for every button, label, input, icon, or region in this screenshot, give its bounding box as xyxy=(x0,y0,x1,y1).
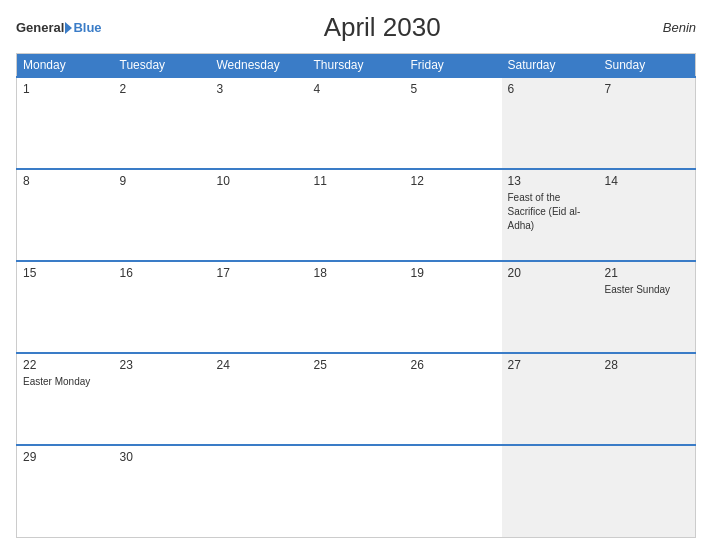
calendar-day-cell: 18 xyxy=(308,261,405,353)
day-number: 21 xyxy=(605,266,690,280)
calendar-day-cell: 8 xyxy=(17,169,114,261)
header-wednesday: Wednesday xyxy=(211,54,308,78)
calendar-body: 12345678910111213Feast of the Sacrifice … xyxy=(17,77,696,538)
calendar-week-row: 15161718192021Easter Sunday xyxy=(17,261,696,353)
day-number: 13 xyxy=(508,174,593,188)
calendar-day-cell: 30 xyxy=(114,445,211,537)
header-friday: Friday xyxy=(405,54,502,78)
day-number: 3 xyxy=(217,82,302,96)
day-number: 8 xyxy=(23,174,108,188)
day-number: 16 xyxy=(120,266,205,280)
country-label: Benin xyxy=(663,20,696,35)
calendar-day-cell xyxy=(502,445,599,537)
day-number: 17 xyxy=(217,266,302,280)
calendar-week-row: 22Easter Monday232425262728 xyxy=(17,353,696,445)
calendar-day-cell: 24 xyxy=(211,353,308,445)
calendar-day-cell: 21Easter Sunday xyxy=(599,261,696,353)
logo-general-text: General xyxy=(16,20,64,35)
calendar-day-cell: 2 xyxy=(114,77,211,169)
page: General Blue April 2030 Benin Monday Tue… xyxy=(0,0,712,550)
weekday-header-row: Monday Tuesday Wednesday Thursday Friday… xyxy=(17,54,696,78)
day-number: 9 xyxy=(120,174,205,188)
day-number: 28 xyxy=(605,358,690,372)
day-number: 19 xyxy=(411,266,496,280)
calendar-day-cell: 7 xyxy=(599,77,696,169)
calendar-day-cell: 19 xyxy=(405,261,502,353)
calendar-day-cell: 14 xyxy=(599,169,696,261)
day-number: 6 xyxy=(508,82,593,96)
logo-blue-text: Blue xyxy=(73,20,101,35)
calendar-header: Monday Tuesday Wednesday Thursday Friday… xyxy=(17,54,696,78)
holiday-label: Feast of the Sacrifice (Eid al-Adha) xyxy=(508,192,581,231)
calendar-week-row: 8910111213Feast of the Sacrifice (Eid al… xyxy=(17,169,696,261)
day-number: 25 xyxy=(314,358,399,372)
calendar-day-cell xyxy=(211,445,308,537)
header-saturday: Saturday xyxy=(502,54,599,78)
calendar-day-cell: 27 xyxy=(502,353,599,445)
day-number: 20 xyxy=(508,266,593,280)
day-number: 11 xyxy=(314,174,399,188)
header: General Blue April 2030 Benin xyxy=(16,12,696,43)
calendar-day-cell: 3 xyxy=(211,77,308,169)
calendar-day-cell: 12 xyxy=(405,169,502,261)
calendar-day-cell xyxy=(405,445,502,537)
header-thursday: Thursday xyxy=(308,54,405,78)
holiday-label: Easter Monday xyxy=(23,376,90,387)
day-number: 4 xyxy=(314,82,399,96)
calendar-day-cell xyxy=(308,445,405,537)
day-number: 24 xyxy=(217,358,302,372)
calendar-title: April 2030 xyxy=(102,12,663,43)
calendar-day-cell: 28 xyxy=(599,353,696,445)
calendar-day-cell: 5 xyxy=(405,77,502,169)
day-number: 29 xyxy=(23,450,108,464)
calendar-day-cell: 10 xyxy=(211,169,308,261)
day-number: 15 xyxy=(23,266,108,280)
header-monday: Monday xyxy=(17,54,114,78)
calendar-week-row: 2930 xyxy=(17,445,696,537)
logo-triangle-icon xyxy=(65,22,72,34)
header-sunday: Sunday xyxy=(599,54,696,78)
header-tuesday: Tuesday xyxy=(114,54,211,78)
calendar-day-cell: 29 xyxy=(17,445,114,537)
logo: General Blue xyxy=(16,20,102,35)
holiday-label: Easter Sunday xyxy=(605,284,671,295)
day-number: 26 xyxy=(411,358,496,372)
calendar-day-cell: 4 xyxy=(308,77,405,169)
calendar-day-cell: 1 xyxy=(17,77,114,169)
day-number: 18 xyxy=(314,266,399,280)
day-number: 10 xyxy=(217,174,302,188)
day-number: 14 xyxy=(605,174,690,188)
day-number: 5 xyxy=(411,82,496,96)
calendar-day-cell: 6 xyxy=(502,77,599,169)
calendar-day-cell xyxy=(599,445,696,537)
calendar-day-cell: 15 xyxy=(17,261,114,353)
calendar-day-cell: 13Feast of the Sacrifice (Eid al-Adha) xyxy=(502,169,599,261)
day-number: 7 xyxy=(605,82,690,96)
calendar-day-cell: 11 xyxy=(308,169,405,261)
calendar-day-cell: 23 xyxy=(114,353,211,445)
day-number: 1 xyxy=(23,82,108,96)
day-number: 2 xyxy=(120,82,205,96)
calendar-day-cell: 22Easter Monday xyxy=(17,353,114,445)
day-number: 12 xyxy=(411,174,496,188)
calendar-week-row: 1234567 xyxy=(17,77,696,169)
day-number: 23 xyxy=(120,358,205,372)
calendar-day-cell: 25 xyxy=(308,353,405,445)
calendar-day-cell: 17 xyxy=(211,261,308,353)
calendar-table: Monday Tuesday Wednesday Thursday Friday… xyxy=(16,53,696,538)
calendar-day-cell: 26 xyxy=(405,353,502,445)
calendar-day-cell: 20 xyxy=(502,261,599,353)
day-number: 22 xyxy=(23,358,108,372)
day-number: 27 xyxy=(508,358,593,372)
day-number: 30 xyxy=(120,450,205,464)
calendar-day-cell: 9 xyxy=(114,169,211,261)
calendar-day-cell: 16 xyxy=(114,261,211,353)
